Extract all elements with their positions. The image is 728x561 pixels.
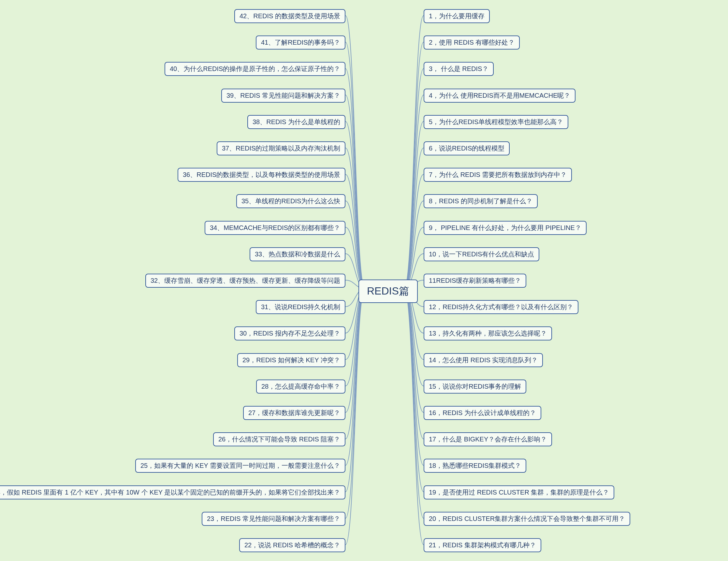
right-node-1[interactable]: 2，使用 REDIS 有哪些好处？ xyxy=(424,36,520,50)
right-node-3[interactable]: 4，为什么 使用REDIS而不是用MEMCACHE呢？ xyxy=(424,89,575,103)
left-node-1[interactable]: 41、了解REDIS的事务吗？ xyxy=(256,36,345,50)
right-node-11[interactable]: 12，REDIS持久化方式有哪些？以及有什么区别？ xyxy=(424,300,578,314)
right-node-18[interactable]: 19，是否使用过 REDIS CLUSTER 集群，集群的原理是什么？ xyxy=(424,485,614,499)
right-node-4[interactable]: 5，为什么REDIS单线程模型效率也能那么高？ xyxy=(424,115,568,129)
right-node-16[interactable]: 17，什么是 BIGKEY？会存在什么影响？ xyxy=(424,432,552,446)
left-node-6[interactable]: 36、REDIS的数据类型，以及每种数据类型的使用场景 xyxy=(178,168,345,182)
left-node-16[interactable]: 26，什么情况下可能会导致 REDIS 阻塞？ xyxy=(213,432,345,446)
left-node-20[interactable]: 22，说说 REDIS 哈希槽的概念？ xyxy=(239,538,345,552)
left-node-7[interactable]: 35、单线程的REDIS为什么这么快 xyxy=(236,194,345,208)
right-node-7[interactable]: 8，REDIS 的同步机制了解是什么？ xyxy=(424,194,538,208)
left-node-12[interactable]: 30，REDIS 报内存不足怎么处理？ xyxy=(234,326,345,340)
left-node-17[interactable]: 25，如果有大量的 KEY 需要设置同一时间过期，一般需要注意什么？ xyxy=(135,459,345,473)
left-node-10[interactable]: 32、缓存雪崩、缓存穿透、缓存预热、缓存更新、缓存降级等问题 xyxy=(145,274,345,288)
right-node-15[interactable]: 16，REDIS 为什么设计成单线程的？ xyxy=(424,406,541,420)
left-node-3[interactable]: 39、REDIS 常见性能问题和解决方案？ xyxy=(221,89,345,103)
right-node-20[interactable]: 21，REDIS 集群架构模式有哪几种？ xyxy=(424,538,541,552)
right-node-9[interactable]: 10，说一下REDIS有什么优点和缺点 xyxy=(424,247,539,261)
left-node-18[interactable]: 24，假如 REDIS 里面有 1 亿个 KEY，其中有 10W 个 KEY 是… xyxy=(0,485,345,499)
right-node-17[interactable]: 18，熟悉哪些REDIS集群模式？ xyxy=(424,459,526,473)
left-node-15[interactable]: 27，缓存和数据库谁先更新呢？ xyxy=(243,406,345,420)
right-node-6[interactable]: 7，为什么 REDIS 需要把所有数据放到内存中？ xyxy=(424,168,572,182)
left-node-2[interactable]: 40、为什么REDIS的操作是原子性的，怎么保证原子性的？ xyxy=(165,62,345,76)
right-node-0[interactable]: 1，为什么要用缓存 xyxy=(424,9,490,23)
right-node-19[interactable]: 20，REDIS CLUSTER集群方案什么情况下会导致整个集群不可用？ xyxy=(424,512,630,526)
right-node-13[interactable]: 14，怎么使用 REDIS 实现消息队列？ xyxy=(424,353,543,367)
right-node-5[interactable]: 6，说说REDIS的线程模型 xyxy=(424,141,510,155)
left-node-13[interactable]: 29，REDIS 如何解决 KEY 冲突？ xyxy=(237,353,345,367)
left-node-11[interactable]: 31、说说REDIS持久化机制 xyxy=(256,300,345,314)
right-node-10[interactable]: 11REDIS缓存刷新策略有哪些？ xyxy=(424,274,526,288)
left-node-4[interactable]: 38、REDIS 为什么是单线程的 xyxy=(247,115,345,129)
right-node-8[interactable]: 9， PIPELINE 有什么好处，为什么要用 PIPELINE？ xyxy=(424,221,587,235)
left-node-5[interactable]: 37、REDIS的过期策略以及内存淘汰机制 xyxy=(217,141,345,155)
right-node-14[interactable]: 15，说说你对REDIS事务的理解 xyxy=(424,380,526,394)
left-node-14[interactable]: 28，怎么提高缓存命中率？ xyxy=(256,380,345,394)
right-node-12[interactable]: 13，持久化有两种，那应该怎么选择呢？ xyxy=(424,326,552,340)
center-node[interactable]: REDIS篇 xyxy=(358,280,418,303)
left-node-0[interactable]: 42、REDIS 的数据类型及使用场景 xyxy=(234,9,345,23)
left-node-9[interactable]: 33、热点数据和冷数据是什么 xyxy=(250,247,345,261)
left-node-19[interactable]: 23，REDIS 常见性能问题和解决方案有哪些？ xyxy=(202,512,345,526)
left-node-8[interactable]: 34、MEMCACHE与REDIS的区别都有哪些？ xyxy=(205,221,345,235)
right-node-2[interactable]: 3， 什么是 REDIS？ xyxy=(424,62,494,76)
